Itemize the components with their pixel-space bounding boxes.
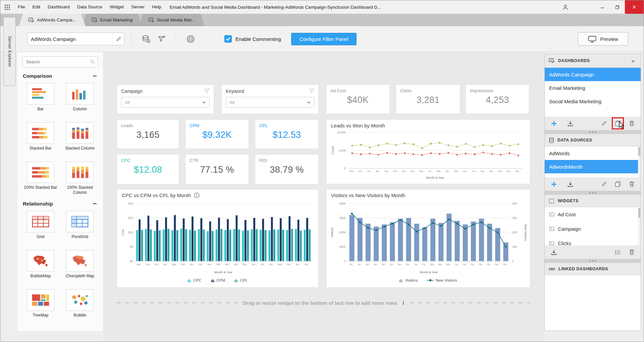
kpi-widget-cpm[interactable]: CPM$9.32K — [185, 119, 249, 149]
widget-item-grid[interactable]: Grid — [23, 211, 58, 239]
kpi-widget-clicks[interactable]: Clicks3,281 — [396, 84, 460, 114]
collapse-section-button[interactable] — [92, 201, 98, 207]
widget-list-item-campaign[interactable]: Campaign — [545, 222, 641, 236]
tab-email-marketing[interactable]: Email Marketing — [82, 14, 142, 26]
minimize-button[interactable] — [595, 0, 610, 14]
campaign-select[interactable]: All — [121, 97, 210, 108]
widgets-delete-button[interactable] — [628, 248, 635, 256]
svg-text:No...: No... — [296, 263, 301, 266]
info-icon[interactable] — [194, 192, 200, 198]
enable-commenting-checkbox[interactable] — [224, 35, 232, 43]
data-sources-delete-button[interactable] — [628, 180, 635, 188]
close-button[interactable] — [625, 0, 644, 14]
widget-item-bar[interactable]: Bar — [23, 83, 58, 112]
widgets-properties-button[interactable] — [614, 249, 622, 255]
server-explorer-tab[interactable]: Server Explorer — [3, 17, 16, 86]
dashboard-item-adwords-campaign[interactable]: AdWords Campaign — [545, 68, 641, 81]
linked-dashboards-body — [545, 275, 641, 331]
kpi-widget-ad-cost[interactable]: Ad Cost$40K — [326, 84, 390, 114]
keyword-select[interactable]: All — [226, 97, 314, 108]
palette-search-input[interactable] — [25, 59, 90, 65]
dashboard-name-input[interactable] — [28, 36, 113, 42]
user-icon[interactable] — [558, 0, 573, 14]
info-icon: i — [402, 299, 404, 306]
widget-item-choropleth-map[interactable]: Choropleth Map — [62, 250, 97, 279]
add-icon — [551, 181, 557, 187]
widget-item-stacked-bar[interactable]: Stacked Bar — [23, 122, 58, 151]
collapse-section-button[interactable] — [92, 73, 98, 79]
svg-text:Oct...: Oct... — [286, 263, 292, 266]
app-grid-icon[interactable] — [4, 4, 10, 10]
scrollbar[interactable] — [638, 207, 641, 245]
data-sources-add-button[interactable] — [550, 180, 558, 188]
chart-widget-cpc-vs-cpm-vs-cpl-by-month[interactable]: CPC vs CPM vs CPL by Month$0$5$10$15$20M… — [117, 189, 319, 288]
data-source-item-adwords[interactable]: AdWords — [545, 147, 641, 160]
database-add-icon — [142, 35, 151, 43]
widget-item-100-stacked-bar[interactable]: 100% Stacked Bar — [23, 162, 58, 195]
data-source-item-adwordsmonth[interactable]: AdwordsMonth — [545, 160, 641, 173]
filter-widget-keyword[interactable]: KeywordAll — [221, 84, 319, 114]
dashboards-add-button[interactable] — [550, 120, 558, 127]
collapse-panel-button[interactable]: » — [630, 58, 637, 64]
data-sources-copy-button[interactable] — [614, 180, 622, 188]
svg-text:Oc...: Oc... — [390, 263, 395, 266]
tab-social-media-mar[interactable]: Social Media Mar... — [139, 14, 205, 26]
menu-edit[interactable]: Edit — [29, 0, 44, 14]
widget-item-treemap[interactable]: TreeMap — [23, 289, 58, 318]
widget-icon — [549, 241, 554, 245]
widget-item-stacked-column[interactable]: Stacked Column — [62, 122, 97, 151]
kpi-widget-cpc[interactable]: CPC$12.08 — [117, 154, 179, 184]
tab-adwords-campai[interactable]: AdWords Campai... — [19, 14, 86, 26]
configure-filter-panel-button[interactable]: Configure Filter Panel — [291, 33, 357, 45]
dashboard-item-email-marketing[interactable]: Email Marketing — [545, 81, 641, 95]
svg-text:Ma...: Ma... — [243, 263, 248, 266]
palette-section-title: Comparison — [23, 73, 52, 79]
data-sources-edit-button[interactable] — [601, 181, 607, 187]
menu-widget[interactable]: Widget — [106, 0, 127, 14]
data-sources-download-button[interactable] — [567, 180, 574, 188]
publish-globe-button[interactable] — [183, 31, 198, 47]
menu-help[interactable]: Help — [148, 0, 165, 14]
widget-list-item-ad-cost[interactable]: Ad Cost — [545, 207, 641, 222]
kpi-widget-roi[interactable]: ROI38.79 % — [255, 154, 319, 184]
server-explorer-label: Server Explorer — [7, 36, 12, 67]
panel-resize-handle[interactable] — [545, 130, 641, 134]
widget-item-bubble[interactable]: Bubble — [62, 289, 97, 318]
kpi-widget-leads[interactable]: Leads3,165 — [117, 119, 179, 149]
kpi-widget-cpl[interactable]: CPL$12.53 — [255, 119, 319, 149]
dashboards-download-button[interactable] — [567, 120, 574, 127]
kpi-widget-ctr[interactable]: CTR77.15 % — [185, 154, 249, 184]
widget-item-pivotgrid[interactable]: PivotGrid — [62, 211, 97, 239]
scrollbar[interactable] — [638, 147, 641, 177]
filter-widget-campaign[interactable]: CampaignAll — [117, 84, 214, 114]
maximize-button[interactable] — [610, 0, 625, 14]
menu-dashboard[interactable]: Dashboard — [44, 0, 73, 14]
menu-file[interactable]: File — [14, 0, 29, 14]
add-data-source-button[interactable] — [138, 31, 154, 47]
filter-funnel-icon[interactable] — [204, 88, 210, 94]
dashboards-edit-button[interactable] — [601, 120, 607, 127]
filter-configuration-button[interactable] — [154, 31, 169, 47]
dashboards-delete-button[interactable] — [628, 120, 635, 127]
panel-resize-handle[interactable] — [545, 191, 641, 195]
kpi-widget-impressions[interactable]: Impressions4,253 — [466, 84, 529, 114]
filter-funnel-icon[interactable] — [309, 88, 314, 94]
dashboard-item-social-media-marketing[interactable]: Social Media Marketing — [545, 95, 641, 108]
widget-item-column[interactable]: Column — [62, 83, 97, 112]
chart-widget-leads-vs-won-by-month[interactable]: Leads vs Won by Month05,00010,000Ma...Ju… — [326, 119, 530, 184]
menu-data-source[interactable]: Data Source — [73, 0, 106, 14]
chart-widget-visitors-vs-new-visitors-by-month[interactable]: Visitors vs New Visitors by Month0100K20… — [326, 189, 530, 288]
widgets-download-button[interactable] — [550, 248, 558, 256]
widget-item-100-stacked-column[interactable]: 100% Stacked Column — [62, 162, 97, 195]
widget-item-bubblemap[interactable]: BubbleMap — [23, 250, 58, 279]
dashboard-canvas[interactable]: CampaignAllKeywordAllAd Cost$40KClicks3,… — [103, 52, 544, 342]
toolbar-separator — [176, 32, 176, 46]
chart-legend: CPCCPMCPL — [117, 277, 318, 284]
menu-server[interactable]: Server — [127, 0, 148, 14]
widget-list-item-clicks[interactable]: Clicks — [545, 236, 641, 245]
rename-dashboard-button[interactable] — [113, 33, 124, 45]
panel-resize-handle[interactable] — [545, 259, 641, 263]
svg-text:$10: $10 — [128, 231, 133, 234]
preview-button[interactable]: Preview — [578, 32, 628, 46]
widget-item-label: Grid — [37, 234, 44, 239]
